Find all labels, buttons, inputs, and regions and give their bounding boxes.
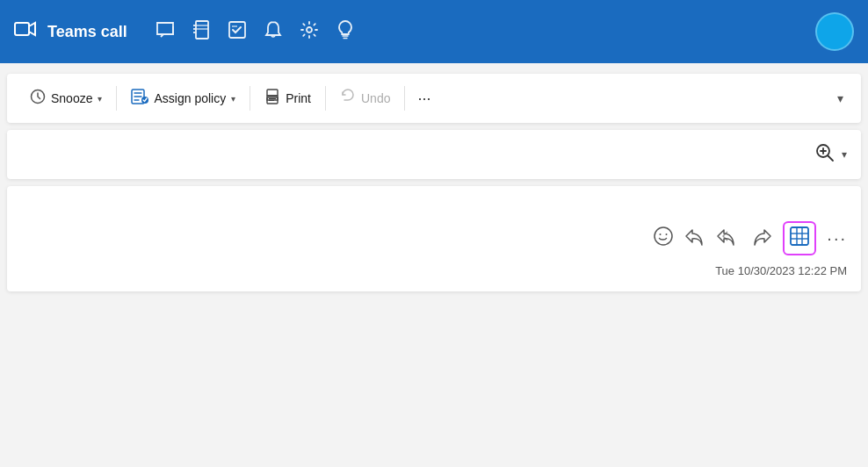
undo-button[interactable]: Undo [328, 82, 402, 115]
assign-policy-label: Assign policy [154, 91, 226, 105]
undo-icon [340, 89, 356, 108]
snooze-icon [30, 89, 46, 108]
zoom-bar: ▾ [7, 130, 861, 179]
chat-icon[interactable] [156, 21, 175, 43]
toolbar-expand-button[interactable]: ▾ [830, 84, 850, 112]
notebook-icon[interactable] [192, 20, 210, 44]
svg-point-19 [277, 97, 278, 98]
snooze-button[interactable]: Snooze ▾ [18, 82, 114, 115]
bulb-icon[interactable] [336, 19, 354, 45]
svg-point-9 [307, 27, 312, 32]
assign-policy-icon [131, 89, 148, 108]
svg-line-21 [828, 155, 834, 161]
svg-rect-17 [269, 98, 276, 99]
svg-rect-0 [15, 23, 29, 35]
divider-2 [250, 86, 250, 111]
gear-icon[interactable] [300, 20, 319, 44]
svg-rect-15 [267, 90, 278, 96]
video-icon [14, 20, 37, 43]
svg-point-24 [655, 227, 672, 245]
message-area: ··· Tue 10/30/2023 12:22 PM [7, 186, 861, 291]
svg-rect-1 [196, 21, 208, 39]
expand-label: ▾ [837, 91, 843, 105]
toolbar: Snooze ▾ Assign policy ▾ [7, 74, 861, 123]
divider-4 [404, 86, 405, 111]
main-content: Snooze ▾ Assign policy ▾ [0, 63, 868, 302]
svg-rect-27 [791, 227, 808, 245]
message-timestamp: Tue 10/30/2023 12:22 PM [21, 262, 847, 277]
print-button[interactable]: Print [252, 82, 323, 115]
tasks-icon[interactable] [228, 20, 247, 44]
top-navbar: Teams call [0, 0, 868, 63]
assign-policy-button[interactable]: Assign policy ▾ [119, 82, 248, 115]
nav-title: Teams call [47, 23, 127, 41]
divider-3 [325, 86, 326, 111]
reply-button[interactable] [684, 226, 705, 250]
more-label: ··· [417, 90, 430, 108]
toolbar-more-button[interactable]: ··· [407, 83, 441, 115]
snooze-label: Snooze [51, 91, 92, 105]
nav-icons [156, 19, 808, 45]
svg-point-25 [660, 234, 662, 235]
reply-all-button[interactable] [716, 226, 741, 250]
message-more-button[interactable]: ··· [827, 228, 847, 248]
svg-rect-18 [269, 100, 274, 101]
user-avatar[interactable] [815, 12, 854, 51]
print-label: Print [286, 91, 311, 105]
snooze-chevron: ▾ [98, 94, 102, 104]
undo-label: Undo [361, 91, 390, 105]
divider-1 [116, 86, 117, 111]
grid-button[interactable] [783, 221, 816, 255]
message-actions: ··· [21, 214, 847, 262]
assign-policy-chevron: ▾ [231, 94, 235, 104]
print-icon [264, 89, 280, 108]
svg-point-26 [666, 234, 668, 235]
bell-icon[interactable] [264, 20, 282, 44]
forward-button[interactable] [751, 226, 772, 250]
zoom-chevron[interactable]: ▾ [842, 148, 847, 161]
emoji-button[interactable] [653, 226, 674, 251]
zoom-icon[interactable] [815, 143, 835, 167]
